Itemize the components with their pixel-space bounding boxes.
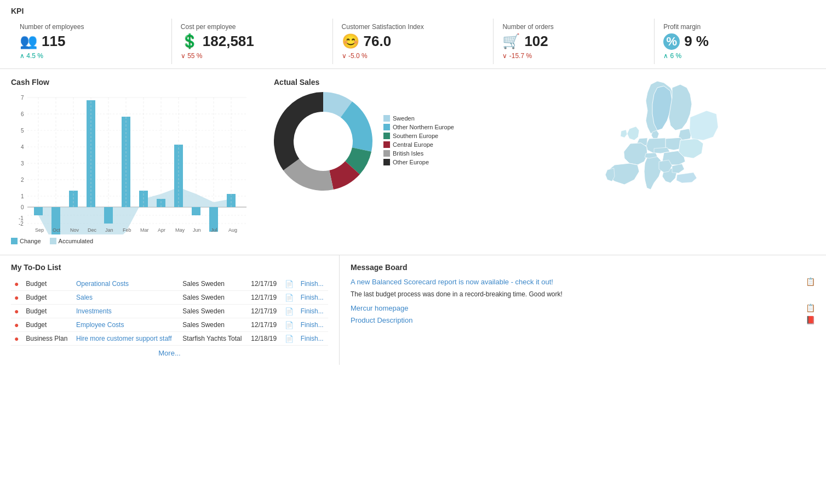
kpi-title: KPI — [11, 7, 815, 15]
svg-text:Jul: Jul — [211, 227, 217, 233]
todo-doc: 📄 — [282, 277, 297, 291]
todo-action-link[interactable]: Finish... — [301, 280, 324, 288]
todo-date: 12/18/19 — [248, 332, 281, 346]
donut-container: Sweden Other Northern Europe Southern Eu… — [274, 92, 454, 191]
cashflow-svg: 7 6 5 4 3 2 1 0 -1 -2 -3 — [11, 92, 252, 234]
todo-red-dot: ● — [14, 320, 19, 329]
other-north-label: Other Northern Europe — [393, 124, 454, 130]
message-link[interactable]: Mercur homepage📋 — [351, 303, 815, 312]
todo-action-link[interactable]: Finish... — [301, 321, 324, 329]
legend-sweden: Sweden — [383, 115, 454, 122]
doc-msg-icon: 📋 — [806, 303, 815, 312]
todo-doc: 📄 — [282, 305, 297, 318]
message-link-text: Product Description — [351, 316, 412, 324]
todo-doc: 📄 — [282, 332, 297, 346]
cost-icon: 💲 — [181, 33, 198, 50]
kpi-value-row-cost: 💲 182,581 — [181, 33, 324, 50]
central-color — [383, 141, 390, 148]
map-chart — [493, 78, 815, 246]
donut-legend: Sweden Other Northern Europe Southern Eu… — [383, 115, 454, 168]
sales-chart: Actual Sales Swede — [274, 78, 493, 246]
kpi-value-profit: 9 % — [684, 33, 709, 50]
british-color — [383, 150, 390, 157]
map-container — [493, 78, 815, 242]
kpi-card-cost: Cost per employee 💲 182,581 ∨ 55 % — [172, 19, 333, 64]
cashflow-chart-area: 7 6 5 4 3 2 1 0 -1 -2 -3 — [11, 92, 252, 234]
kpi-change-orders: ∨ -15.7 % — [502, 52, 645, 60]
message-link-item: A new Balanced Scorecard report is now a… — [351, 277, 815, 286]
svg-text:4: 4 — [21, 144, 24, 150]
todo-red-dot: ● — [14, 334, 19, 343]
todo-desc-link[interactable]: Sales — [76, 294, 93, 301]
todo-more-link[interactable]: More... — [11, 349, 328, 357]
kpi-section: KPI Number of employees 👥 115 ∧ 4.5 % Co… — [0, 0, 826, 69]
svg-text:Dec: Dec — [88, 227, 97, 233]
other-north-color — [383, 124, 390, 130]
todo-action: Finish... — [297, 332, 328, 346]
todo-action: Finish... — [297, 318, 328, 332]
todo-desc-link[interactable]: Investments — [76, 307, 112, 315]
cf-change-label: Change — [20, 238, 41, 244]
todo-type: Business Plan — [22, 332, 73, 346]
svg-text:1: 1 — [21, 193, 24, 199]
employees-icon: 👥 — [20, 33, 37, 50]
todo-desc-link[interactable]: Hire more customer support staff — [76, 335, 172, 342]
doc-icon: 📄 — [285, 294, 294, 302]
kpi-value-row-csi: 😊 76.0 — [342, 33, 485, 50]
kpi-value-employees: 115 — [42, 33, 65, 50]
sweden-color — [383, 115, 390, 122]
todo-date: 12/17/19 — [248, 277, 281, 291]
profit-icon: % — [663, 33, 680, 50]
todo-desc: Operational Costs — [73, 277, 179, 291]
british-label: British Isles — [393, 150, 423, 157]
todo-type-icon: ● — [11, 277, 22, 291]
svg-text:Jun: Jun — [193, 227, 201, 233]
todo-action-link[interactable]: Finish... — [301, 294, 324, 301]
message-link[interactable]: A new Balanced Scorecard report is now a… — [351, 277, 815, 286]
cf-accumulated-color — [50, 238, 56, 244]
kpi-change-csi: ∨ -5.0 % — [342, 52, 485, 60]
message-text-item: The last budget process was done in a re… — [351, 289, 815, 299]
message-link-item: Product Description📕 — [351, 316, 815, 324]
message-link[interactable]: Product Description📕 — [351, 316, 815, 324]
todo-action: Finish... — [297, 291, 328, 305]
legend-other-north: Other Northern Europe — [383, 124, 454, 130]
message-link-text: A new Balanced Scorecard report is now a… — [351, 278, 553, 286]
todo-type: Budget — [22, 291, 73, 305]
todo-org: Sales Sweden — [179, 291, 248, 305]
todo-desc-link[interactable]: Operational Costs — [76, 280, 129, 288]
todo-type-icon: ● — [11, 332, 22, 346]
svg-text:Mar: Mar — [140, 227, 149, 233]
todo-desc: Hire more customer support staff — [73, 332, 179, 346]
todo-desc: Sales — [73, 291, 179, 305]
todo-type: Budget — [22, 318, 73, 332]
kpi-value-orders: 102 — [524, 33, 548, 50]
cf-legend-change: Change — [11, 238, 41, 244]
todo-red-dot: ● — [14, 293, 19, 302]
todo-type-icon: ● — [11, 291, 22, 305]
kpi-value-cost: 182,581 — [203, 33, 254, 50]
kpi-card-profit: Profit margin % 9 % ∧ 6 % — [655, 19, 815, 64]
svg-text:Aug: Aug — [228, 227, 237, 233]
legend-british: British Isles — [383, 150, 454, 157]
kpi-label-orders: Number of orders — [502, 23, 645, 31]
cashflow-legend: Change Accumulated — [11, 238, 274, 244]
message-list: A new Balanced Scorecard report is now a… — [351, 277, 815, 324]
cf-change-color — [11, 238, 18, 244]
todo-type-icon: ● — [11, 318, 22, 332]
message-link-text: Mercur homepage — [351, 304, 409, 312]
kpi-label-employees: Number of employees — [20, 23, 163, 31]
doc-icon: 📄 — [285, 307, 294, 316]
sales-title: Actual Sales — [274, 78, 319, 87]
kpi-change-profit: ∧ 6 % — [663, 52, 806, 60]
kpi-card-employees: Number of employees 👥 115 ∧ 4.5 % — [11, 19, 172, 64]
todo-action-link[interactable]: Finish... — [301, 335, 324, 342]
todo-red-dot: ● — [14, 279, 19, 288]
todo-desc-link[interactable]: Employee Costs — [76, 321, 124, 329]
todo-red-dot: ● — [14, 307, 19, 316]
kpi-label-cost: Cost per employee — [181, 23, 324, 31]
todo-doc: 📄 — [282, 318, 297, 332]
cashflow-title: Cash Flow — [11, 78, 274, 87]
todo-action-link[interactable]: Finish... — [301, 307, 324, 315]
todo-date: 12/17/19 — [248, 291, 281, 305]
